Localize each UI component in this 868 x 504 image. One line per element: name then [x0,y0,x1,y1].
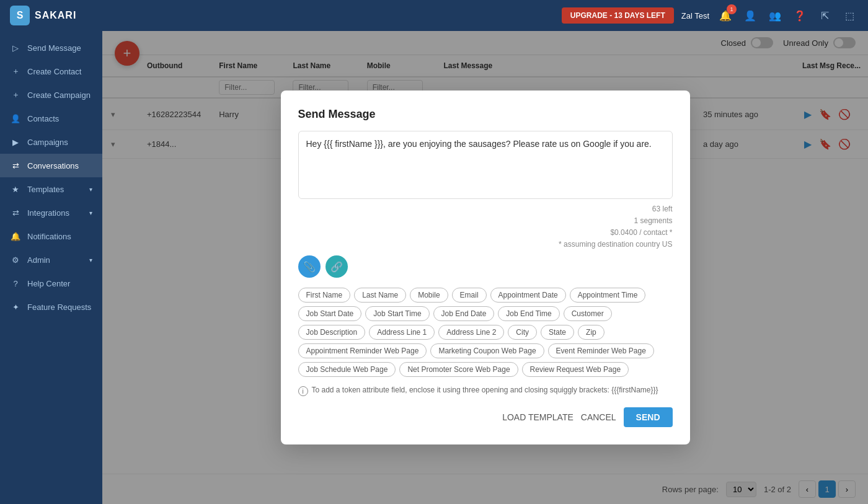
sakari-logo-icon: S [10,6,30,25]
token-tag[interactable]: Appointment Reminder Web Page [298,343,427,358]
token-hint-text: To add a token attribute field, enclose … [312,386,658,394]
send-message-icon: ▷ [10,42,21,53]
link-button[interactable]: 🔗 [326,255,348,278]
token-tags-container: First NameLast NameMobileEmailAppointmen… [298,288,673,377]
user-name: Zal Test [681,11,709,20]
sidebar-item-label: Admin [27,255,83,265]
admin-chevron-icon: ▾ [89,257,92,263]
feature-requests-icon: ✦ [10,301,21,312]
modal-title: Send Message [298,108,673,121]
token-tag[interactable]: Job End Date [433,306,495,321]
sidebar-item-label: Integrations [27,208,83,218]
token-tag[interactable]: City [508,325,537,340]
sidebar-logo: S SAKARI [0,0,102,31]
token-tag[interactable]: Mobile [410,288,448,303]
token-tag[interactable]: Job Start Date [298,306,362,321]
token-tag[interactable]: Event Reminder Web Page [548,343,654,358]
expand-icon[interactable]: ⇱ [816,7,833,24]
admin-icon: ⚙ [10,254,21,265]
create-campaign-icon: ＋ [10,89,21,100]
char-left: 63 left [652,205,673,213]
sidebar-item-create-campaign[interactable]: ＋ Create Campaign [0,83,102,107]
token-tag[interactable]: Email [452,288,487,303]
templates-chevron-icon: ▾ [89,186,92,193]
main-area: UPGRADE - 13 DAYS LEFT Zal Test 🔔 1 👤 👥 … [102,0,868,504]
upgrade-button[interactable]: UPGRADE - 13 DAYS LEFT [562,7,674,24]
token-tag[interactable]: Job Description [298,325,366,340]
send-message-modal: Send Message Hey {{{ firstName }}}, are … [281,91,690,445]
sidebar-item-feature-requests[interactable]: ✦ Feature Requests [0,295,102,319]
token-tag[interactable]: Job Start Time [365,306,429,321]
logout-icon[interactable]: ⬚ [841,7,858,24]
integrations-chevron-icon: ▾ [89,210,92,216]
notifications-icon: 🔔 [10,231,21,242]
templates-icon: ★ [10,183,21,195]
modal-overlay[interactable]: Send Message Hey {{{ firstName }}}, are … [102,31,868,504]
token-tag[interactable]: Review Request Web Page [522,362,629,377]
sidebar-item-templates[interactable]: ★ Templates ▾ [0,177,102,201]
create-contact-icon: ＋ [10,66,21,77]
token-tag[interactable]: Zip [578,325,604,340]
char-info: 63 left 1 segments $0.0400 / contact * *… [298,203,673,251]
message-textarea[interactable]: Hey {{{ firstName }}}, are you enjoying … [298,131,673,199]
token-tag[interactable]: Last Name [354,288,406,303]
modal-tools: 📎 🔗 [298,255,673,278]
sidebar-item-campaigns[interactable]: ▶ Campaigns [0,130,102,154]
cost-note: * assuming destination country US [559,240,672,249]
sidebar-item-label: Help Center [27,279,92,288]
sidebar-item-help-center[interactable]: ? Help Center [0,272,102,295]
segments-info: 1 segments [634,216,672,225]
help-center-icon: ? [10,278,21,289]
token-tag[interactable]: Appointment Date [490,288,566,303]
content-area: + Closed Unread Only Outbound First Name [102,31,868,504]
sidebar-item-label: Conversations [27,161,92,170]
modal-footer: LOAD TEMPLATE CANCEL SEND [298,407,673,427]
notification-wrapper: 🔔 1 [717,7,734,24]
token-hint: i To add a token attribute field, enclos… [298,386,673,396]
sidebar-item-conversations[interactable]: ⇄ Conversations [0,154,102,177]
team-icon[interactable]: 👥 [766,7,784,24]
sidebar-item-label: Create Contact [27,67,92,76]
sidebar-item-contacts[interactable]: 👤 Contacts [0,107,102,130]
cancel-button[interactable]: CANCEL [581,412,616,422]
load-template-button[interactable]: LOAD TEMPLATE [502,412,574,422]
sidebar-item-label: Notifications [27,232,92,241]
sakari-logo-text: SAKARI [35,10,76,21]
top-header: UPGRADE - 13 DAYS LEFT Zal Test 🔔 1 👤 👥 … [102,0,868,31]
token-tag[interactable]: Address Line 1 [369,325,435,340]
token-tag[interactable]: Job End Time [498,306,559,321]
user-profile-icon[interactable]: 👤 [742,7,759,24]
notification-badge: 1 [727,4,737,14]
token-tag[interactable]: First Name [298,288,351,303]
sidebar-item-label: Templates [27,185,83,194]
cost-info: $0.0400 / contact * [610,228,672,237]
conversations-icon: ⇄ [10,160,21,171]
info-icon: i [298,386,308,396]
sidebar-item-create-contact[interactable]: ＋ Create Contact [0,60,102,83]
token-tag[interactable]: State [541,325,574,340]
sidebar-item-notifications[interactable]: 🔔 Notifications [0,224,102,248]
help-icon[interactable]: ❓ [791,7,808,24]
sidebar-item-send-message[interactable]: ▷ Send Message [0,36,102,60]
contacts-icon: 👤 [10,113,21,124]
sidebar-item-label: Send Message [27,43,92,53]
token-tag[interactable]: Marketing Coupon Web Page [430,343,544,358]
sidebar-nav: ▷ Send Message ＋ Create Contact ＋ Create… [0,31,102,504]
attachment-button[interactable]: 📎 [298,255,321,278]
sidebar: S SAKARI ▷ Send Message ＋ Create Contact… [0,0,102,504]
token-tag[interactable]: Net Promoter Score Web Page [399,362,518,377]
campaigns-icon: ▶ [10,136,21,148]
token-tag[interactable]: Appointment Time [570,288,646,303]
sidebar-item-label: Contacts [27,114,92,123]
sidebar-item-integrations[interactable]: ⇄ Integrations ▾ [0,201,102,224]
integrations-icon: ⇄ [10,207,21,218]
sidebar-item-label: Feature Requests [27,303,92,312]
token-tag[interactable]: Address Line 2 [438,325,504,340]
sidebar-item-label: Create Campaign [27,91,92,100]
send-button[interactable]: SEND [624,407,673,427]
token-tag[interactable]: Job Schedule Web Page [298,362,396,377]
token-tag[interactable]: Customer [564,306,612,321]
sidebar-item-label: Campaigns [27,138,92,147]
sidebar-item-admin[interactable]: ⚙ Admin ▾ [0,248,102,272]
